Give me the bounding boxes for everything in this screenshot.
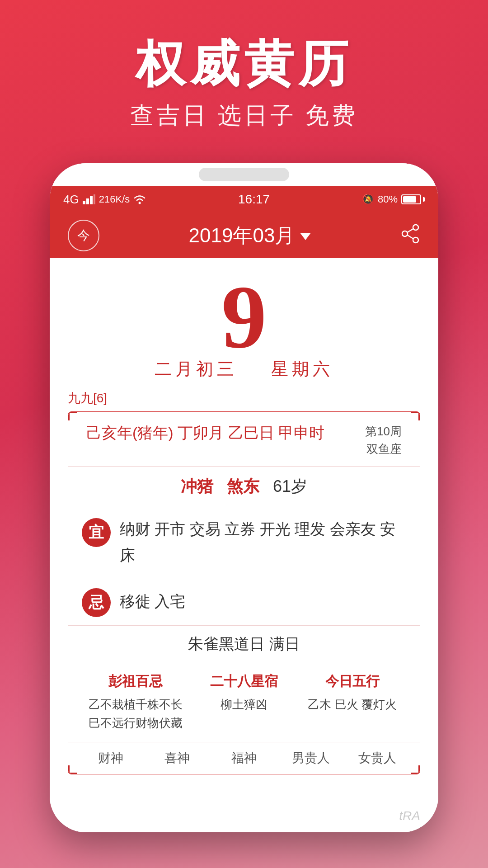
pengzu-line2: 巳不远行财物伏藏 bbox=[89, 714, 183, 733]
alert-icon: 🔕 bbox=[362, 193, 374, 205]
gods-row: 财神 喜神 福神 男贵人 女贵人 bbox=[68, 742, 420, 774]
status-bar: 4G 216K/s 16:17 🔕 80% bbox=[50, 186, 438, 213]
promo-area: 权威黄历 查吉日 选日子 免费 bbox=[0, 0, 488, 132]
ji-content: 移徙 入宅 bbox=[120, 589, 406, 615]
pengzu-col: 彭祖百忌 乙不栽植千株不长 巳不远行财物伏藏 bbox=[82, 672, 190, 733]
svg-line-9 bbox=[407, 235, 413, 239]
week-info: 第10周 双鱼座 bbox=[365, 423, 402, 458]
pengzu-line1: 乙不栽植千株不长 bbox=[89, 695, 183, 714]
god-nanguiren: 男贵人 bbox=[277, 750, 344, 767]
god-fushen: 福神 bbox=[211, 750, 277, 767]
god-caishen: 财神 bbox=[77, 750, 144, 767]
weekday: 星期六 bbox=[271, 359, 333, 378]
ji-row: 忌 移徙 入宅 bbox=[68, 578, 420, 626]
sub-title: 查吉日 选日子 免费 bbox=[0, 100, 488, 132]
battery-icon bbox=[401, 194, 425, 204]
god-nvguiren: 女贵人 bbox=[344, 750, 411, 767]
info-card: 己亥年(猪年) 丁卯月 乙巳日 甲申时 第10周 双鱼座 冲猪 煞东 61岁 宜 bbox=[68, 411, 420, 774]
zhuri-text: 朱雀黑道日 满日 bbox=[188, 635, 300, 652]
yi-row: 宜 纳财 开市 交易 立券 开光 理发 会亲友 安床 bbox=[68, 507, 420, 578]
lunar-day: 二月初三 bbox=[155, 359, 238, 378]
ganzhi-row: 己亥年(猪年) 丁卯月 乙巳日 甲申时 第10周 双鱼座 bbox=[68, 412, 420, 467]
wifi-icon bbox=[133, 194, 146, 204]
xiu-col: 二十八星宿 柳土獐凶 bbox=[190, 672, 299, 733]
lunar-date: 二月初三 星期六 bbox=[155, 358, 333, 381]
sha-text: 煞东 bbox=[227, 477, 259, 495]
god-xishen: 喜神 bbox=[144, 750, 211, 767]
svg-rect-0 bbox=[83, 201, 85, 204]
phone-mockup: 4G 216K/s 16:17 🔕 80% bbox=[50, 163, 438, 832]
yi-badge: 宜 bbox=[82, 518, 111, 547]
svg-point-6 bbox=[413, 237, 418, 243]
month-display: 2019年03月 bbox=[189, 222, 295, 249]
watermark: tRA bbox=[399, 809, 420, 823]
ji-badge: 忌 bbox=[82, 588, 111, 617]
pengzu-title: 彭祖百忌 bbox=[108, 672, 163, 691]
ji-label: 忌 bbox=[89, 592, 104, 613]
signal-icon bbox=[83, 194, 95, 204]
jiujiu-label: 九九[6] bbox=[68, 390, 420, 407]
ganzhi-text: 己亥年(猪年) 丁卯月 乙巳日 甲申时 bbox=[86, 423, 365, 443]
yi-label: 宜 bbox=[89, 522, 104, 543]
week-number: 第10周 bbox=[365, 423, 402, 440]
svg-line-8 bbox=[407, 229, 413, 232]
content-area: 9 二月初三 星期六 九九[6] 己亥年(猪年) 丁卯月 乙巳日 甲申时 bbox=[50, 258, 438, 832]
svg-rect-2 bbox=[90, 196, 93, 204]
battery-pct: 80% bbox=[378, 193, 398, 205]
status-left: 4G 216K/s bbox=[63, 193, 146, 207]
chong-text: 冲猪 bbox=[181, 477, 213, 495]
zodiac-sign: 双鱼座 bbox=[365, 440, 402, 458]
svg-point-7 bbox=[402, 231, 408, 236]
wuxing-title: 今日五行 bbox=[325, 672, 380, 691]
status-right: 🔕 80% bbox=[362, 193, 425, 205]
svg-point-5 bbox=[413, 225, 418, 230]
xiu-title: 二十八星宿 bbox=[210, 672, 278, 691]
status-time: 16:17 bbox=[238, 192, 270, 207]
share-button[interactable] bbox=[400, 224, 420, 248]
calendar-info: 九九[6] 己亥年(猪年) 丁卯月 乙巳日 甲申时 第10周 双鱼座 冲猪 bbox=[50, 390, 438, 832]
svg-point-4 bbox=[139, 202, 141, 204]
phone-notch bbox=[199, 168, 289, 181]
xiu-content: 柳土獐凶 bbox=[221, 695, 267, 714]
bottom-info-row: 彭祖百忌 乙不栽植千株不长 巳不远行财物伏藏 二十八星宿 柳土獐凶 今日五行 乙… bbox=[68, 663, 420, 742]
svg-rect-3 bbox=[94, 194, 95, 204]
age-text: 61岁 bbox=[273, 477, 307, 495]
signal-text: 4G bbox=[63, 193, 79, 207]
wuxing-col: 今日五行 乙木 巳火 覆灯火 bbox=[298, 672, 406, 733]
chong-row: 冲猪 煞东 61岁 bbox=[68, 467, 420, 507]
dropdown-arrow-icon bbox=[300, 233, 311, 240]
svg-rect-1 bbox=[86, 198, 89, 204]
main-title: 权威黄历 bbox=[0, 36, 488, 91]
yi-content: 纳财 开市 交易 立券 开光 理发 会亲友 安床 bbox=[120, 516, 406, 569]
today-label: 今 bbox=[77, 227, 90, 244]
month-selector[interactable]: 2019年03月 bbox=[189, 222, 311, 249]
wuxing-content: 乙木 巳火 覆灯火 bbox=[308, 695, 396, 714]
app-header: 今 2019年03月 bbox=[50, 213, 438, 258]
pengzu-content: 乙不栽植千株不长 巳不远行财物伏藏 bbox=[89, 695, 183, 733]
speed-text: 216K/s bbox=[99, 193, 130, 205]
date-display: 9 二月初三 星期六 bbox=[50, 258, 438, 390]
day-number: 9 bbox=[221, 272, 267, 362]
today-button[interactable]: 今 bbox=[68, 220, 99, 251]
phone-top-bar bbox=[50, 163, 438, 186]
zhuri-row: 朱雀黑道日 满日 bbox=[68, 626, 420, 663]
